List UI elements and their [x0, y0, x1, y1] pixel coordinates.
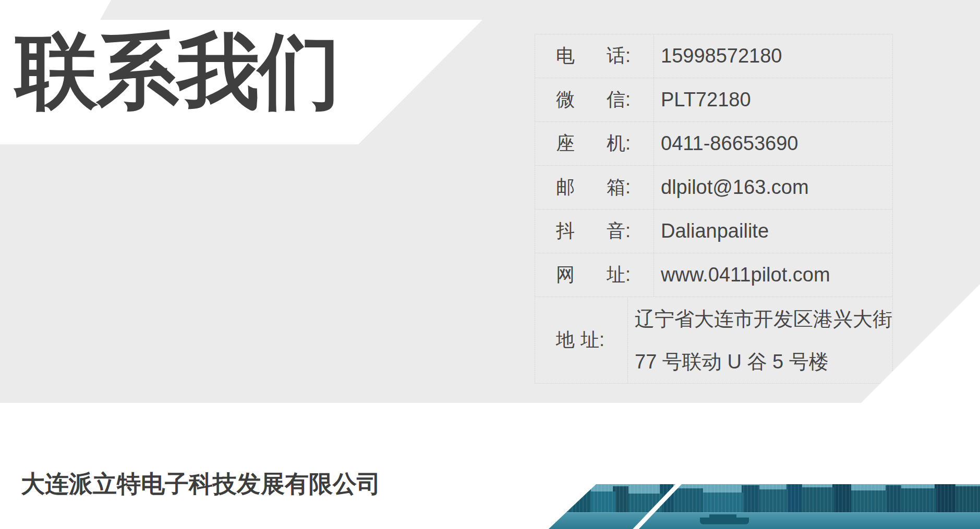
- label-text: 网: [556, 262, 575, 288]
- row-value: 15998572180: [654, 34, 892, 78]
- row-label: 邮箱:: [535, 166, 654, 209]
- table-row: 微信:PLT72180: [535, 78, 892, 122]
- value-text: www.0411pilot.com: [661, 264, 892, 286]
- label-text: 话:: [607, 43, 631, 69]
- label-text: 邮: [556, 175, 575, 200]
- value-text: 15998572180: [661, 45, 892, 67]
- label-text: 电: [556, 43, 575, 69]
- company-name: 大连派立特电子科技发展有限公司: [21, 468, 381, 500]
- row-value: 0411-86653690: [654, 122, 892, 165]
- address-line: 77 号联动 U 谷 5 号楼: [635, 340, 892, 383]
- page-title: 联系我们: [16, 30, 339, 112]
- label-text: 址:: [580, 327, 604, 353]
- row-value: 辽宁省大连市开发区港兴大街77 号联动 U 谷 5 号楼: [628, 297, 892, 383]
- contact-table: 电话:15998572180微信:PLT72180座机:0411-8665369…: [535, 34, 893, 384]
- value-text: dlpilot@163.com: [661, 176, 892, 199]
- blue-parallelogram: [675, 423, 980, 484]
- label-text: 微: [556, 87, 575, 113]
- row-value: PLT72180: [654, 78, 892, 121]
- label-text: 箱:: [607, 175, 631, 200]
- contact-slide: 联系我们 电话:15998572180微信:PLT72180座机:0411-86…: [0, 0, 980, 529]
- row-value: dlpilot@163.com: [654, 166, 892, 209]
- table-row: 抖音:Dalianpailite: [535, 210, 892, 253]
- cityscape-photo-area: [542, 484, 980, 529]
- table-row: 电话:15998572180: [535, 34, 892, 78]
- table-row: 地址:辽宁省大连市开发区港兴大街77 号联动 U 谷 5 号楼: [535, 297, 892, 384]
- label-text: 抖: [556, 218, 575, 244]
- address-line: 辽宁省大连市开发区港兴大街: [635, 298, 892, 340]
- label-text: 机:: [607, 131, 631, 156]
- row-label: 微信:: [535, 78, 654, 121]
- row-value: www.0411pilot.com: [654, 253, 892, 297]
- value-text: 0411-86653690: [661, 132, 892, 155]
- boat-silhouette: [700, 518, 749, 524]
- table-row: 座机:0411-86653690: [535, 122, 892, 166]
- row-label: 网址:: [535, 253, 654, 297]
- label-text: 信:: [607, 87, 631, 113]
- row-label: 地址:: [535, 297, 628, 383]
- row-label: 座机:: [535, 122, 654, 165]
- row-label: 电话:: [535, 34, 654, 78]
- label-text: 地: [556, 327, 575, 353]
- label-text: 址:: [607, 262, 631, 288]
- label-text: 座: [556, 131, 575, 156]
- value-text: PLT72180: [661, 89, 892, 111]
- table-row: 邮箱:dlpilot@163.com: [535, 166, 892, 210]
- table-row: 网址:www.0411pilot.com: [535, 253, 892, 297]
- boat-cabin: [709, 514, 736, 518]
- row-value: Dalianpailite: [654, 210, 892, 253]
- value-text: Dalianpailite: [661, 220, 892, 242]
- row-label: 抖音:: [535, 210, 654, 253]
- label-text: 音:: [607, 218, 631, 244]
